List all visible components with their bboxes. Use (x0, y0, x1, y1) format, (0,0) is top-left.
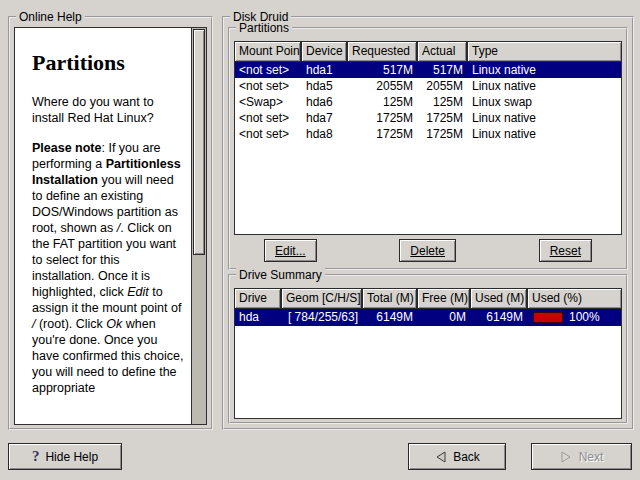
next-button[interactable]: Next (531, 443, 632, 470)
hide-help-button[interactable]: ? Hide Help (8, 443, 122, 470)
next-button-label: Next (579, 450, 604, 464)
delete-button[interactable]: Delete (399, 239, 456, 262)
partition-cell-requested: 517M (348, 62, 418, 78)
column-header-device[interactable]: Device (301, 41, 347, 62)
column-header-actual[interactable]: Actual (417, 41, 467, 62)
partition-row[interactable]: <not set>hda1517M517MLinux native (235, 62, 621, 78)
drive-summary-frame-title: Drive Summary (236, 268, 325, 282)
column-header-usedp[interactable]: Used (%) (527, 288, 622, 309)
partition-cell-requested: 2055M (348, 78, 418, 94)
used-percent-bar (533, 312, 563, 323)
installer-screen: Online Help Partitions Where do you want… (0, 0, 640, 480)
column-header-usedm[interactable]: Used (M) (470, 288, 527, 309)
column-header-mount[interactable]: Mount Point (234, 41, 301, 62)
partition-row[interactable]: <not set>hda71725M1725MLinux native (235, 110, 621, 126)
column-header-total[interactable]: Total (M) (362, 288, 417, 309)
partitions-body: <not set>hda1517M517MLinux native<not se… (234, 62, 622, 235)
partition-cell-mount: <not set> (235, 126, 302, 142)
hide-help-label: Hide Help (45, 450, 98, 464)
help-paragraph: Please note: If you are performing a Par… (32, 140, 185, 396)
drive-cell-drive: hda (235, 309, 282, 326)
help-scrollbar-thumb[interactable] (193, 29, 205, 255)
edit-button[interactable]: Edit... (264, 239, 317, 262)
partition-cell-mount: <not set> (235, 78, 302, 94)
partition-cell-actual: 517M (418, 62, 468, 78)
back-button[interactable]: Back (408, 443, 506, 470)
drive-row[interactable]: hda[ 784/255/63]6149M0M6149M100% (235, 309, 621, 326)
drive-cell-free: 0M (418, 309, 471, 326)
help-scrollbar[interactable] (191, 28, 206, 424)
help-content: Partitions Where do you want to install … (15, 28, 191, 424)
help-paragraphs: Where do you want to install Red Hat Lin… (32, 94, 185, 396)
partition-cell-device: hda8 (302, 126, 348, 142)
help-title: Partitions (32, 50, 185, 76)
next-arrow-icon (560, 450, 573, 464)
partition-row[interactable]: <not set>hda52055M2055MLinux native (235, 78, 621, 94)
partitions-frame-title: Partitions (236, 21, 292, 35)
partition-cell-requested: 1725M (348, 126, 418, 142)
question-mark-icon: ? (32, 449, 40, 464)
column-header-drive[interactable]: Drive (234, 288, 281, 309)
used-percent-label: 100% (569, 309, 600, 326)
column-header-requested[interactable]: Requested (347, 41, 417, 62)
reset-button-label: Reset (550, 244, 581, 258)
drive-cell-geom: [ 784/255/63] (282, 309, 363, 326)
drive-cell-total: 6149M (363, 309, 418, 326)
partition-cell-actual: 1725M (418, 126, 468, 142)
partition-cell-mount: <Swap> (235, 94, 302, 110)
drive-cell-usedm: 6149M (471, 309, 528, 326)
partition-row[interactable]: <Swap>hda6125M125MLinux swap (235, 94, 621, 110)
help-text-area: Partitions Where do you want to install … (14, 27, 207, 425)
partition-cell-device: hda5 (302, 78, 348, 94)
partition-cell-device: hda7 (302, 110, 348, 126)
partitions-buttons: Edit... Delete Reset (234, 239, 622, 262)
partitions-section: Partitions Mount PointDeviceRequestedAct… (228, 27, 628, 270)
partitions-header-row: Mount PointDeviceRequestedActualType (234, 41, 622, 62)
online-help-panel: Online Help Partitions Where do you want… (8, 16, 213, 430)
reset-button[interactable]: Reset (539, 239, 592, 262)
partition-cell-device: hda1 (302, 62, 348, 78)
drive-summary-body: hda[ 784/255/63]6149M0M6149M100% (234, 309, 622, 419)
drive-summary-section: Drive Summary DriveGeom [C/H/S]Total (M)… (228, 274, 628, 424)
partition-cell-actual: 125M (418, 94, 468, 110)
column-header-type[interactable]: Type (467, 41, 622, 62)
partition-cell-actual: 2055M (418, 78, 468, 94)
back-button-label: Back (453, 450, 480, 464)
online-help-frame-title: Online Help (16, 10, 85, 24)
column-header-free[interactable]: Free (M) (417, 288, 470, 309)
partition-cell-mount: <not set> (235, 62, 302, 78)
partition-cell-requested: 125M (348, 94, 418, 110)
help-paragraph: Where do you want to install Red Hat Lin… (32, 94, 185, 126)
partition-cell-requested: 1725M (348, 110, 418, 126)
disk-druid-panel: Disk Druid Partitions Mount PointDeviceR… (222, 16, 634, 430)
partition-cell-mount: <not set> (235, 110, 302, 126)
back-arrow-icon (434, 450, 447, 464)
delete-button-label: Delete (410, 244, 445, 258)
partition-cell-type: Linux native (468, 62, 621, 78)
edit-button-label: Edit... (275, 244, 306, 258)
partition-cell-type: Linux native (468, 78, 621, 94)
column-header-geom[interactable]: Geom [C/H/S] (281, 288, 362, 309)
partition-cell-type: Linux native (468, 126, 621, 142)
partition-cell-actual: 1725M (418, 110, 468, 126)
partition-cell-device: hda6 (302, 94, 348, 110)
partition-cell-type: Linux native (468, 110, 621, 126)
partition-row[interactable]: <not set>hda81725M1725MLinux native (235, 126, 621, 142)
drive-summary-header-row: DriveGeom [C/H/S]Total (M)Free (M)Used (… (234, 288, 622, 309)
drive-cell-usedp: 100% (528, 309, 621, 326)
partition-cell-type: Linux swap (468, 94, 621, 110)
